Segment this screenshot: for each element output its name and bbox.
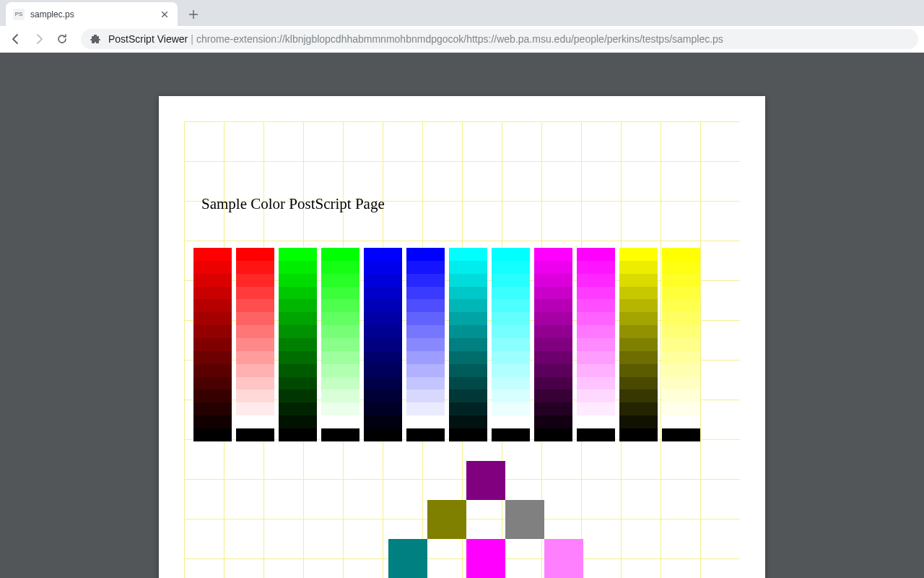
color-step — [364, 351, 402, 364]
color-step — [662, 274, 700, 287]
pyramid-cell — [583, 539, 622, 578]
color-step — [364, 415, 402, 428]
url-separator: | — [191, 33, 193, 45]
pyramid-row — [388, 539, 622, 578]
color-step — [406, 287, 445, 300]
color-step — [619, 364, 658, 377]
color-step — [364, 312, 402, 325]
color-step — [193, 415, 232, 428]
color-step — [577, 415, 615, 428]
pyramid-row — [388, 500, 622, 539]
color-step — [534, 261, 572, 274]
color-bar-tint — [321, 248, 359, 441]
reload-button[interactable] — [52, 29, 72, 49]
new-tab-button[interactable] — [183, 4, 204, 25]
color-bar-shade — [364, 248, 402, 441]
color-step — [449, 261, 487, 274]
color-step — [406, 312, 445, 325]
toolbar: PostScript Viewer | chrome-extension://k… — [0, 26, 924, 53]
color-step — [492, 377, 530, 390]
color-step — [406, 248, 445, 261]
color-bar-shade — [279, 248, 317, 441]
color-step — [321, 351, 359, 364]
color-step — [406, 402, 445, 415]
pyramid-cell — [505, 500, 544, 539]
color-step — [492, 274, 530, 287]
color-step — [236, 325, 274, 338]
color-step — [492, 389, 530, 402]
pyramid-row — [388, 461, 622, 500]
color-step — [662, 287, 700, 300]
color-bar-shade — [449, 248, 487, 441]
color-step — [449, 428, 487, 441]
color-bar-pair — [193, 248, 274, 441]
color-step — [406, 338, 445, 351]
color-step — [619, 248, 658, 261]
color-step — [534, 351, 572, 364]
color-step — [449, 312, 487, 325]
color-step — [236, 261, 274, 274]
color-bar-shade — [534, 248, 572, 441]
color-step — [321, 364, 359, 377]
color-step — [364, 364, 402, 377]
pyramid-cell — [427, 461, 466, 500]
color-step — [534, 415, 572, 428]
tab-title: samplec.ps — [30, 9, 159, 20]
color-step — [662, 248, 700, 261]
color-step — [364, 261, 402, 274]
color-step — [619, 377, 658, 390]
color-step — [236, 351, 274, 364]
color-step — [449, 248, 487, 261]
color-step — [449, 389, 487, 402]
pyramid-cell — [544, 539, 583, 578]
page-grid: Sample Color PostScript Page — [184, 121, 740, 578]
color-step — [492, 351, 530, 364]
color-step — [236, 274, 274, 287]
color-step — [364, 389, 402, 402]
color-step — [406, 261, 445, 274]
color-step — [492, 428, 530, 441]
color-step — [662, 351, 700, 364]
color-step — [364, 325, 402, 338]
browser-tab[interactable]: PS samplec.ps — [6, 2, 178, 26]
color-step — [236, 248, 274, 261]
color-bar-tint — [236, 248, 274, 441]
address-bar[interactable]: PostScript Viewer | chrome-extension://k… — [81, 29, 918, 49]
color-step — [577, 428, 615, 441]
color-bars — [193, 248, 700, 441]
color-step — [321, 261, 359, 274]
color-bar-shade — [193, 248, 232, 441]
pyramid-cell — [583, 461, 622, 500]
color-step — [619, 299, 658, 312]
color-step — [492, 402, 530, 415]
color-step — [406, 389, 445, 402]
color-step — [279, 415, 317, 428]
color-step — [534, 325, 572, 338]
color-step — [577, 274, 615, 287]
color-step — [236, 364, 274, 377]
back-button[interactable] — [6, 29, 26, 49]
pyramid-cell — [427, 500, 466, 539]
close-icon[interactable] — [159, 9, 170, 20]
color-step — [449, 299, 487, 312]
color-step — [449, 377, 487, 390]
color-step — [449, 364, 487, 377]
color-step — [492, 261, 530, 274]
color-step — [406, 415, 445, 428]
color-step — [364, 287, 402, 300]
pyramid-cell — [466, 500, 505, 539]
forward-button[interactable] — [29, 29, 49, 49]
pyramid-cell — [505, 539, 544, 578]
color-step — [662, 389, 700, 402]
color-step — [577, 338, 615, 351]
color-step — [236, 415, 274, 428]
pyramid-cell — [544, 461, 583, 500]
color-step — [321, 312, 359, 325]
color-step — [662, 261, 700, 274]
color-step — [364, 274, 402, 287]
color-step — [321, 299, 359, 312]
color-step — [193, 351, 232, 364]
tab-bar: PS samplec.ps — [0, 0, 924, 26]
color-bar-pair — [619, 248, 700, 441]
color-step — [449, 274, 487, 287]
